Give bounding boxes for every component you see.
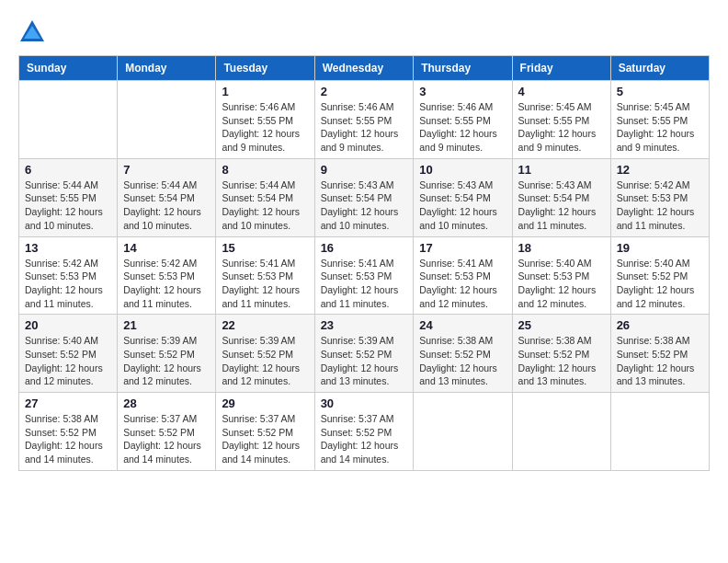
day-info: Sunrise: 5:41 AM Sunset: 5:53 PM Dayligh… <box>321 257 408 311</box>
calendar-cell: 26Sunrise: 5:38 AM Sunset: 5:52 PM Dayli… <box>610 315 709 393</box>
day-number: 21 <box>123 318 210 332</box>
calendar-cell <box>118 81 216 159</box>
calendar-cell: 27Sunrise: 5:38 AM Sunset: 5:52 PM Dayli… <box>19 393 118 471</box>
day-header-friday: Friday <box>512 56 610 81</box>
day-header-tuesday: Tuesday <box>216 56 314 81</box>
day-number: 9 <box>321 163 408 177</box>
day-info: Sunrise: 5:37 AM Sunset: 5:52 PM Dayligh… <box>222 412 308 466</box>
day-number: 29 <box>222 396 308 410</box>
day-number: 6 <box>25 163 111 177</box>
day-info: Sunrise: 5:41 AM Sunset: 5:53 PM Dayligh… <box>222 257 308 311</box>
day-info: Sunrise: 5:43 AM Sunset: 5:54 PM Dayligh… <box>321 178 408 233</box>
calendar-cell <box>19 81 118 159</box>
calendar-cell: 18Sunrise: 5:40 AM Sunset: 5:53 PM Dayli… <box>512 236 610 315</box>
day-number: 19 <box>617 241 703 255</box>
day-info: Sunrise: 5:43 AM Sunset: 5:54 PM Dayligh… <box>419 178 506 233</box>
day-info: Sunrise: 5:40 AM Sunset: 5:52 PM Dayligh… <box>25 334 111 388</box>
calendar-cell: 4Sunrise: 5:45 AM Sunset: 5:55 PM Daylig… <box>512 81 610 159</box>
calendar-cell: 28Sunrise: 5:37 AM Sunset: 5:52 PM Dayli… <box>118 393 216 471</box>
calendar-cell: 5Sunrise: 5:45 AM Sunset: 5:55 PM Daylig… <box>610 81 709 159</box>
calendar-cell: 8Sunrise: 5:44 AM Sunset: 5:54 PM Daylig… <box>216 158 314 236</box>
day-info: Sunrise: 5:46 AM Sunset: 5:55 PM Dayligh… <box>321 100 408 155</box>
day-number: 27 <box>25 396 111 410</box>
day-number: 1 <box>222 85 308 98</box>
day-info: Sunrise: 5:38 AM Sunset: 5:52 PM Dayligh… <box>617 334 703 388</box>
calendar-cell: 2Sunrise: 5:46 AM Sunset: 5:55 PM Daylig… <box>314 81 414 159</box>
calendar-cell: 24Sunrise: 5:38 AM Sunset: 5:52 PM Dayli… <box>414 315 512 393</box>
calendar-cell: 25Sunrise: 5:38 AM Sunset: 5:52 PM Dayli… <box>512 315 610 393</box>
day-info: Sunrise: 5:45 AM Sunset: 5:55 PM Dayligh… <box>518 100 605 155</box>
logo <box>18 18 51 46</box>
calendar: SundayMondayTuesdayWednesdayThursdayFrid… <box>18 55 710 471</box>
calendar-cell: 19Sunrise: 5:40 AM Sunset: 5:52 PM Dayli… <box>610 236 709 315</box>
day-header-saturday: Saturday <box>610 56 709 81</box>
logo-icon <box>18 18 46 46</box>
day-number: 13 <box>25 241 111 255</box>
calendar-cell: 9Sunrise: 5:43 AM Sunset: 5:54 PM Daylig… <box>314 158 414 236</box>
day-info: Sunrise: 5:40 AM Sunset: 5:52 PM Dayligh… <box>617 257 703 311</box>
day-info: Sunrise: 5:45 AM Sunset: 5:55 PM Dayligh… <box>617 100 703 155</box>
calendar-cell: 15Sunrise: 5:41 AM Sunset: 5:53 PM Dayli… <box>216 236 314 315</box>
day-number: 23 <box>321 318 408 332</box>
calendar-cell: 1Sunrise: 5:46 AM Sunset: 5:55 PM Daylig… <box>216 81 314 159</box>
day-info: Sunrise: 5:42 AM Sunset: 5:53 PM Dayligh… <box>617 178 703 233</box>
day-number: 17 <box>419 241 506 255</box>
day-number: 2 <box>321 85 408 98</box>
calendar-cell: 23Sunrise: 5:39 AM Sunset: 5:52 PM Dayli… <box>314 315 414 393</box>
day-info: Sunrise: 5:39 AM Sunset: 5:52 PM Dayligh… <box>222 334 308 388</box>
calendar-cell: 12Sunrise: 5:42 AM Sunset: 5:53 PM Dayli… <box>610 158 709 236</box>
calendar-cell <box>610 393 709 471</box>
calendar-cell: 7Sunrise: 5:44 AM Sunset: 5:54 PM Daylig… <box>118 158 216 236</box>
day-info: Sunrise: 5:44 AM Sunset: 5:55 PM Dayligh… <box>25 178 111 233</box>
calendar-cell: 17Sunrise: 5:41 AM Sunset: 5:53 PM Dayli… <box>414 236 512 315</box>
header <box>18 18 710 46</box>
week-row-4: 20Sunrise: 5:40 AM Sunset: 5:52 PM Dayli… <box>19 315 710 393</box>
calendar-cell: 10Sunrise: 5:43 AM Sunset: 5:54 PM Dayli… <box>414 158 512 236</box>
day-number: 15 <box>222 241 308 255</box>
day-header-sunday: Sunday <box>19 56 118 81</box>
day-info: Sunrise: 5:38 AM Sunset: 5:52 PM Dayligh… <box>25 412 111 466</box>
calendar-cell: 22Sunrise: 5:39 AM Sunset: 5:52 PM Dayli… <box>216 315 314 393</box>
week-row-1: 1Sunrise: 5:46 AM Sunset: 5:55 PM Daylig… <box>19 81 710 159</box>
day-info: Sunrise: 5:40 AM Sunset: 5:53 PM Dayligh… <box>518 257 605 311</box>
day-info: Sunrise: 5:37 AM Sunset: 5:52 PM Dayligh… <box>321 412 408 466</box>
calendar-cell: 13Sunrise: 5:42 AM Sunset: 5:53 PM Dayli… <box>19 236 118 315</box>
calendar-cell <box>414 393 512 471</box>
day-number: 8 <box>222 163 308 177</box>
calendar-cell: 29Sunrise: 5:37 AM Sunset: 5:52 PM Dayli… <box>216 393 314 471</box>
week-row-5: 27Sunrise: 5:38 AM Sunset: 5:52 PM Dayli… <box>19 393 710 471</box>
day-info: Sunrise: 5:44 AM Sunset: 5:54 PM Dayligh… <box>222 178 308 233</box>
day-number: 5 <box>617 85 703 98</box>
header-row: SundayMondayTuesdayWednesdayThursdayFrid… <box>19 56 710 81</box>
day-info: Sunrise: 5:39 AM Sunset: 5:52 PM Dayligh… <box>123 334 210 388</box>
day-number: 28 <box>123 396 210 410</box>
calendar-body: 1Sunrise: 5:46 AM Sunset: 5:55 PM Daylig… <box>19 81 710 471</box>
day-info: Sunrise: 5:42 AM Sunset: 5:53 PM Dayligh… <box>123 257 210 311</box>
day-number: 12 <box>617 163 703 177</box>
calendar-cell: 21Sunrise: 5:39 AM Sunset: 5:52 PM Dayli… <box>118 315 216 393</box>
day-number: 24 <box>419 318 506 332</box>
day-number: 3 <box>419 85 506 98</box>
day-number: 25 <box>518 318 605 332</box>
day-number: 10 <box>419 163 506 177</box>
day-number: 18 <box>518 241 605 255</box>
day-info: Sunrise: 5:46 AM Sunset: 5:55 PM Dayligh… <box>222 100 308 155</box>
day-number: 11 <box>518 163 605 177</box>
day-number: 16 <box>321 241 408 255</box>
day-number: 7 <box>123 163 210 177</box>
day-info: Sunrise: 5:41 AM Sunset: 5:53 PM Dayligh… <box>419 257 506 311</box>
day-info: Sunrise: 5:42 AM Sunset: 5:53 PM Dayligh… <box>25 257 111 311</box>
day-header-wednesday: Wednesday <box>314 56 414 81</box>
calendar-header: SundayMondayTuesdayWednesdayThursdayFrid… <box>19 56 710 81</box>
day-number: 4 <box>518 85 605 98</box>
day-info: Sunrise: 5:43 AM Sunset: 5:54 PM Dayligh… <box>518 178 605 233</box>
day-info: Sunrise: 5:39 AM Sunset: 5:52 PM Dayligh… <box>321 334 408 388</box>
calendar-cell: 11Sunrise: 5:43 AM Sunset: 5:54 PM Dayli… <box>512 158 610 236</box>
day-number: 22 <box>222 318 308 332</box>
day-header-thursday: Thursday <box>414 56 512 81</box>
calendar-cell: 6Sunrise: 5:44 AM Sunset: 5:55 PM Daylig… <box>19 158 118 236</box>
day-info: Sunrise: 5:38 AM Sunset: 5:52 PM Dayligh… <box>419 334 506 388</box>
week-row-2: 6Sunrise: 5:44 AM Sunset: 5:55 PM Daylig… <box>19 158 710 236</box>
day-info: Sunrise: 5:37 AM Sunset: 5:52 PM Dayligh… <box>123 412 210 466</box>
calendar-cell: 14Sunrise: 5:42 AM Sunset: 5:53 PM Dayli… <box>118 236 216 315</box>
